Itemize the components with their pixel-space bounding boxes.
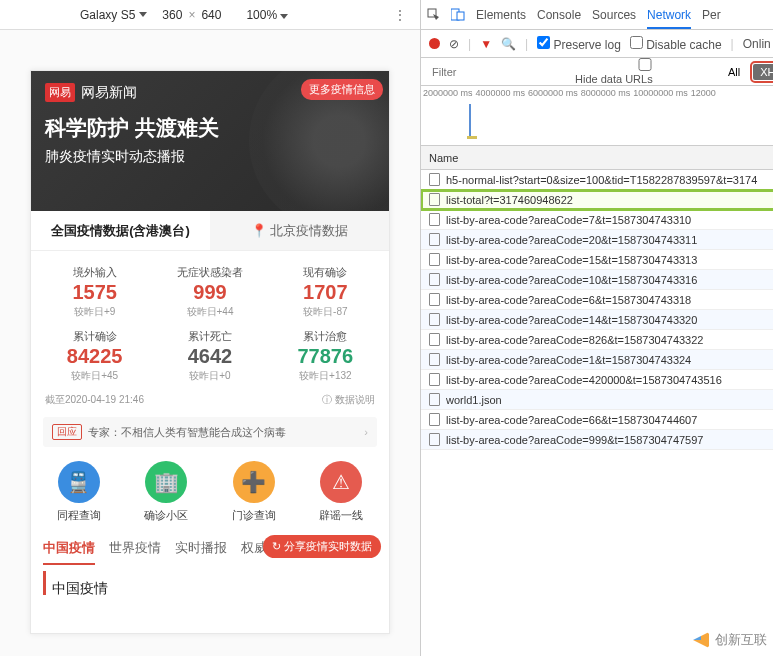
- expert-tag: 回应: [52, 424, 82, 440]
- file-icon: [429, 193, 440, 206]
- nav-tab[interactable]: 实时播报: [175, 539, 227, 565]
- file-icon: [429, 253, 440, 266]
- share-pill[interactable]: ↻ 分享疫情实时数据: [263, 535, 381, 558]
- request-name: list-by-area-code?areaCode=15&t=15873047…: [446, 254, 697, 266]
- svg-rect-2: [457, 12, 464, 20]
- share-icon: ↻: [272, 540, 281, 553]
- tab-more[interactable]: Per: [702, 8, 721, 22]
- request-row[interactable]: list-by-area-code?areaCode=999&t=1587304…: [421, 430, 773, 450]
- zoom-label: 100%: [246, 8, 277, 22]
- tab-beijing[interactable]: 📍 北京疫情数据: [210, 211, 389, 250]
- section-title: 中国疫情: [43, 571, 389, 595]
- height-input[interactable]: 640: [201, 8, 221, 22]
- device-selector[interactable]: Galaxy S5: [80, 8, 147, 22]
- device-name-label: Galaxy S5: [80, 8, 135, 22]
- clear-icon[interactable]: ⊘: [449, 37, 459, 51]
- width-input[interactable]: 360: [162, 8, 182, 22]
- stat-delta: 较昨日-87: [268, 305, 383, 319]
- stat-delta: 较昨日+9: [37, 305, 152, 319]
- request-row[interactable]: list-by-area-code?areaCode=7&t=158730474…: [421, 210, 773, 230]
- request-row[interactable]: list-by-area-code?areaCode=10&t=15873047…: [421, 270, 773, 290]
- chevron-right-icon: ›: [364, 426, 368, 438]
- tab-console[interactable]: Console: [537, 8, 581, 22]
- stat-label: 累计死亡: [152, 329, 267, 344]
- filter-input[interactable]: [429, 63, 569, 81]
- action-label: 门诊查询: [232, 508, 276, 523]
- preserve-log-checkbox[interactable]: Preserve log: [537, 36, 621, 52]
- nav-tab[interactable]: 中国疫情: [43, 539, 95, 565]
- online-selector[interactable]: Onlin: [743, 37, 771, 51]
- more-info-pill[interactable]: 更多疫情信息: [301, 79, 383, 100]
- stats-grid: 境外输入 1575 较昨日+9无症状感染者 999 较昨日+44现有确诊 170…: [31, 251, 389, 389]
- action-button[interactable]: 🏢 确诊小区: [123, 461, 211, 523]
- inspect-icon[interactable]: [427, 8, 440, 21]
- file-icon: [429, 293, 440, 306]
- timeline[interactable]: 2000000 ms4000000 ms6000000 ms8000000 ms…: [421, 86, 773, 146]
- device-toggle-icon[interactable]: [451, 8, 465, 21]
- file-icon: [429, 313, 440, 326]
- request-header[interactable]: Name: [421, 146, 773, 170]
- more-icon[interactable]: ⋮: [394, 8, 406, 22]
- file-icon: [429, 213, 440, 226]
- request-name: list-by-area-code?areaCode=1&t=158730474…: [446, 354, 691, 366]
- hide-urls-checkbox[interactable]: Hide data URLs: [575, 58, 715, 85]
- nav-tab[interactable]: 世界疫情: [109, 539, 161, 565]
- stat-cell: 无症状感染者 999 较昨日+44: [152, 261, 267, 325]
- action-button[interactable]: ➕ 门诊查询: [210, 461, 298, 523]
- record-icon[interactable]: [429, 38, 440, 49]
- stat-cell: 累计死亡 4642 较昨日+0: [152, 325, 267, 389]
- file-icon: [429, 333, 440, 346]
- request-row[interactable]: list-total?t=317460948622: [421, 190, 773, 210]
- network-toolbar: ⊘ | ▼ 🔍 | Preserve log Disable cache | O…: [421, 30, 773, 58]
- tab-elements[interactable]: Elements: [476, 8, 526, 22]
- search-icon[interactable]: 🔍: [501, 37, 516, 51]
- request-row[interactable]: list-by-area-code?areaCode=6&t=158730474…: [421, 290, 773, 310]
- request-name: list-total?t=317460948622: [446, 194, 573, 206]
- request-name: list-by-area-code?areaCode=420000&t=1587…: [446, 374, 722, 386]
- request-row[interactable]: list-by-area-code?areaCode=15&t=15873047…: [421, 250, 773, 270]
- hero-subtitle: 肺炎疫情实时动态播报: [45, 148, 375, 166]
- request-row[interactable]: h5-normal-list?start=0&size=100&tid=T158…: [421, 170, 773, 190]
- file-icon: [429, 173, 440, 186]
- chevron-down-icon: [139, 12, 147, 17]
- stat-label: 累计治愈: [268, 329, 383, 344]
- filter-icon[interactable]: ▼: [480, 37, 492, 51]
- stat-value: 1707: [268, 281, 383, 304]
- expert-row[interactable]: 回应 专家：不相信人类有智慧能合成这个病毒 ›: [43, 417, 377, 447]
- stat-value: 1575: [37, 281, 152, 304]
- device-toolbar: Galaxy S5 360 × 640 100% ⋮: [0, 0, 420, 30]
- stat-cell: 境外输入 1575 较昨日+9: [37, 261, 152, 325]
- request-row[interactable]: list-by-area-code?areaCode=66&t=15873047…: [421, 410, 773, 430]
- device-emulator-panel: Galaxy S5 360 × 640 100% ⋮ 网易 网易新闻 更多疫情信…: [0, 0, 420, 656]
- tab-national[interactable]: 全国疫情数据(含港澳台): [31, 211, 210, 250]
- devtools-tabs: Elements Console Sources Network Per: [421, 0, 773, 30]
- stat-cell: 累计治愈 77876 较昨日+132: [268, 325, 383, 389]
- request-row[interactable]: list-by-area-code?areaCode=20&t=15873047…: [421, 230, 773, 250]
- file-icon: [429, 273, 440, 286]
- request-row[interactable]: world1.json: [421, 390, 773, 410]
- action-label: 确诊小区: [144, 508, 188, 523]
- request-row[interactable]: list-by-area-code?areaCode=14&t=15873047…: [421, 310, 773, 330]
- request-name: world1.json: [446, 394, 502, 406]
- request-row[interactable]: list-by-area-code?areaCode=420000&t=1587…: [421, 370, 773, 390]
- app-name: 网易新闻: [81, 84, 137, 102]
- zoom-selector[interactable]: 100%: [246, 8, 288, 22]
- request-row[interactable]: list-by-area-code?areaCode=1&t=158730474…: [421, 350, 773, 370]
- stat-label: 现有确诊: [268, 265, 383, 280]
- disable-cache-checkbox[interactable]: Disable cache: [630, 36, 722, 52]
- tab-network[interactable]: Network: [647, 8, 691, 29]
- request-row[interactable]: list-by-area-code?areaCode=826&t=1587304…: [421, 330, 773, 350]
- stat-delta: 较昨日+44: [152, 305, 267, 319]
- data-desc-link[interactable]: ⓘ 数据说明: [322, 393, 375, 407]
- expert-text: 专家：不相信人类有智慧能合成这个病毒: [88, 425, 286, 440]
- tab-sources[interactable]: Sources: [592, 8, 636, 22]
- stat-value: 999: [152, 281, 267, 304]
- filter-all[interactable]: All: [721, 64, 747, 80]
- devtools-panel: Elements Console Sources Network Per ⊘ |…: [420, 0, 773, 656]
- action-button[interactable]: 🚆 同程查询: [35, 461, 123, 523]
- action-button[interactable]: ⚠ 辟谣一线: [298, 461, 386, 523]
- request-name: list-by-area-code?areaCode=10&t=15873047…: [446, 274, 697, 286]
- timeline-marker: [469, 104, 471, 139]
- request-list: h5-normal-list?start=0&size=100&tid=T158…: [421, 170, 773, 656]
- filter-xhr[interactable]: XHR: [753, 64, 773, 80]
